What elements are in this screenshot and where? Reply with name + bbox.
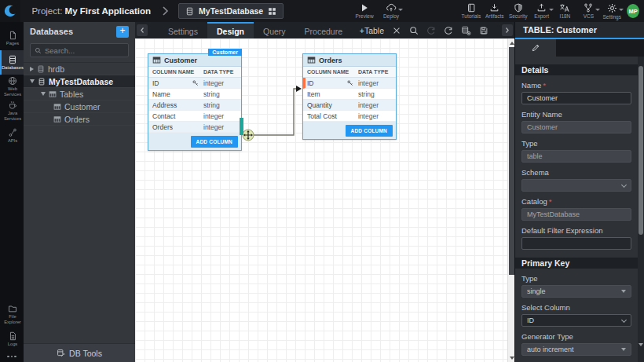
tree-item-customer[interactable]: Customer bbox=[24, 101, 135, 113]
scroll-down-icon[interactable] bbox=[639, 346, 643, 360]
table-header[interactable]: Customer bbox=[148, 54, 241, 67]
scroll-down-icon[interactable] bbox=[509, 354, 514, 361]
collapse-left-icon[interactable] bbox=[137, 24, 148, 36]
wavemaker-logo-icon bbox=[0, 0, 20, 22]
table-row[interactable]: Address string bbox=[148, 100, 241, 111]
table-row[interactable]: ID integer bbox=[148, 78, 241, 89]
table-row[interactable]: Contact integer bbox=[148, 111, 241, 122]
sidebar-item-logs[interactable]: Logs bbox=[0, 327, 24, 351]
collapse-right-icon[interactable] bbox=[502, 24, 513, 36]
canvas-scrollbar[interactable] bbox=[507, 38, 514, 362]
tree-item-orders[interactable]: Orders bbox=[24, 113, 135, 126]
database-tab[interactable]: MyTestDatabase bbox=[178, 3, 284, 19]
primary-key-icon bbox=[192, 80, 199, 86]
deploy-button[interactable]: Deploy bbox=[379, 3, 403, 19]
database-icon bbox=[38, 78, 46, 86]
tree-item-tables[interactable]: Tables bbox=[24, 88, 135, 101]
database-tree: hrdb MyTestDatabase Tables Customer bbox=[24, 62, 135, 126]
sidebar-item-apis[interactable]: APIs bbox=[0, 123, 24, 148]
required-marker: * bbox=[543, 81, 546, 90]
update-database-icon[interactable] bbox=[461, 26, 471, 35]
entity-table-customer[interactable]: Customer Customer COLUMN NAME DATA TYPE … bbox=[148, 53, 242, 151]
name-field[interactable] bbox=[521, 92, 631, 104]
scroll-up-icon[interactable] bbox=[509, 39, 514, 46]
add-database-button[interactable]: + bbox=[116, 26, 129, 38]
upload-icon bbox=[536, 3, 547, 13]
table-row[interactable]: Quantity integer bbox=[303, 100, 396, 111]
entity-name-field-label: Entity Name bbox=[521, 110, 631, 119]
properties-tabbar bbox=[515, 39, 644, 57]
table-tag: Customer bbox=[208, 49, 242, 56]
export-button[interactable]: Export bbox=[530, 3, 554, 19]
zoom-search-icon[interactable] bbox=[409, 26, 419, 35]
translate-icon bbox=[559, 3, 570, 13]
play-icon bbox=[360, 3, 369, 13]
panel-title: Databases bbox=[30, 27, 116, 36]
branch-icon bbox=[584, 3, 593, 13]
artifacts-button[interactable]: Artifacts bbox=[483, 3, 507, 19]
topbar: Project: My First Application MyTestData… bbox=[0, 0, 644, 22]
sidebar-item-java-services[interactable]: Java Services bbox=[0, 99, 24, 123]
table-row[interactable]: Name string bbox=[148, 89, 241, 100]
tree-item-hrdb[interactable]: hrdb bbox=[24, 63, 135, 75]
default-filter-field-label: Default Filter Expression bbox=[521, 226, 631, 235]
table-row[interactable]: ID integer bbox=[303, 78, 396, 89]
table-icon bbox=[53, 103, 61, 111]
table-header[interactable]: Orders bbox=[303, 54, 396, 67]
scrollbar-thumb[interactable] bbox=[509, 47, 514, 275]
tutorials-button[interactable]: Tutorials bbox=[459, 3, 483, 19]
left-rail: Pages Databases Web Services Java Servic… bbox=[0, 22, 24, 362]
add-column-button[interactable]: ADD COLUMN bbox=[346, 125, 393, 137]
name-field-label: Name* bbox=[521, 81, 631, 90]
sidebar-item-pages[interactable]: Pages bbox=[0, 26, 24, 50]
preview-button[interactable]: Preview bbox=[353, 3, 376, 19]
save-icon[interactable] bbox=[479, 26, 488, 35]
add-table-button[interactable]: +Table bbox=[360, 26, 384, 35]
vcs-button[interactable]: VCS bbox=[576, 3, 600, 19]
db-tools-button[interactable]: DB Tools bbox=[24, 343, 135, 362]
tab-query[interactable]: Query bbox=[254, 22, 295, 38]
tree-item-mytestdatabase[interactable]: MyTestDatabase bbox=[24, 75, 135, 88]
sidebar-item-databases[interactable]: Databases bbox=[0, 50, 24, 75]
user-avatar[interactable]: MP bbox=[627, 4, 639, 18]
sidebar-item-web-services[interactable]: Web Services bbox=[0, 75, 24, 99]
tab-procedure[interactable]: Procedure bbox=[295, 22, 352, 38]
database-tab-label: MyTestDatabase bbox=[199, 6, 263, 16]
default-filter-field[interactable] bbox=[521, 237, 631, 250]
sidebar-item-file-explorer[interactable]: File Explorer bbox=[0, 302, 24, 327]
expander-expanded-icon[interactable] bbox=[41, 92, 46, 96]
tab-settings[interactable]: Settings bbox=[159, 22, 207, 38]
search-input[interactable] bbox=[45, 46, 124, 55]
delete-icon[interactable] bbox=[392, 26, 401, 35]
expander-expanded-icon[interactable] bbox=[30, 79, 35, 83]
settings-button[interactable]: Settings bbox=[600, 3, 624, 20]
chevron-down-icon bbox=[621, 181, 627, 187]
edit-tab[interactable] bbox=[515, 39, 556, 57]
book-icon bbox=[467, 3, 476, 13]
pk-type-select[interactable]: single bbox=[521, 285, 631, 298]
panel-title: TABLE: Customer bbox=[515, 22, 644, 39]
expander-collapsed-icon[interactable] bbox=[30, 67, 34, 71]
relationship-handle[interactable] bbox=[240, 118, 243, 135]
security-button[interactable]: Security bbox=[507, 3, 530, 19]
table-icon bbox=[53, 115, 61, 123]
design-canvas[interactable]: Customer Customer COLUMN NAME DATA TYPE … bbox=[135, 38, 514, 362]
table-row[interactable]: Total Cost integer bbox=[303, 111, 396, 122]
table-row[interactable]: Item string bbox=[303, 89, 396, 100]
add-column-button[interactable]: ADD COLUMN bbox=[191, 136, 238, 148]
project-label: Project: bbox=[31, 6, 62, 16]
tab-design[interactable]: Design bbox=[207, 22, 254, 38]
refresh-icon[interactable] bbox=[444, 26, 453, 35]
panel-scrollbar[interactable] bbox=[638, 57, 644, 362]
table-row[interactable]: Orders integer bbox=[148, 122, 241, 133]
scrollbar-thumb[interactable] bbox=[639, 66, 643, 235]
chevron-right-icon[interactable] bbox=[162, 6, 169, 16]
select-column-select[interactable]: ID bbox=[521, 314, 631, 327]
more-icon[interactable] bbox=[0, 351, 24, 362]
search-box bbox=[30, 43, 129, 57]
entity-table-orders[interactable]: Orders COLUMN NAME DATA TYPE ID integer … bbox=[302, 53, 397, 140]
generator-type-select[interactable]: auto increment bbox=[521, 343, 631, 356]
i18n-button[interactable]: I18N bbox=[554, 3, 577, 19]
type-field bbox=[521, 150, 631, 163]
primary-key-section-header: Primary Key bbox=[515, 258, 638, 269]
